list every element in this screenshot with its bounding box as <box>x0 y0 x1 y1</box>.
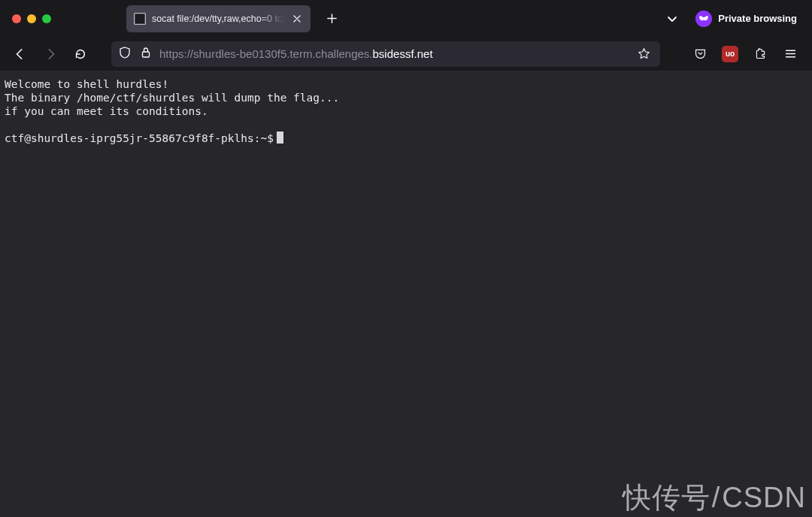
svg-rect-1 <box>135 14 144 23</box>
terminal-line: The binary /home/ctf/shurdles will dump … <box>5 92 339 104</box>
private-mask-icon <box>695 11 712 27</box>
watermark-text: 快传号/CSDN <box>623 479 806 517</box>
shell-prompt: ctf@shurdles-iprg55jr-55867c9f8f-pklhs:~… <box>5 132 274 145</box>
save-to-pocket-button[interactable] <box>687 41 713 67</box>
extensions-button[interactable] <box>747 41 773 67</box>
watermark-left: 快传号 <box>623 482 710 513</box>
url-subdomain: shurdles-be0130f5.term.challenges. <box>193 47 372 60</box>
close-tab-button[interactable] <box>291 13 303 25</box>
private-browsing-label: Private browsing <box>718 13 797 24</box>
browser-tab[interactable]: socat file:/dev/tty,raw,echo=0 tcp <box>126 5 311 32</box>
watermark-sep: / <box>712 482 721 513</box>
private-browsing-indicator: Private browsing <box>695 11 797 27</box>
url-host: bsidessf.net <box>373 47 433 60</box>
terminal-viewport[interactable]: Welcome to shell hurdles! The binary /ho… <box>0 71 812 517</box>
address-bar[interactable]: https://shurdles-be0130f5.term.challenge… <box>111 41 660 67</box>
reload-button[interactable] <box>68 41 93 67</box>
ublock-extension-button[interactable]: uo <box>717 41 743 67</box>
site-identity[interactable] <box>119 47 152 62</box>
bookmark-star-button[interactable] <box>633 44 654 65</box>
ublock-badge-icon: uo <box>722 46 738 62</box>
navigation-toolbar: https://shurdles-be0130f5.term.challenge… <box>0 37 812 71</box>
close-window-button[interactable] <box>12 14 21 23</box>
forward-button[interactable] <box>38 41 63 67</box>
terminal-cursor <box>277 132 283 144</box>
fullscreen-window-button[interactable] <box>42 14 51 23</box>
terminal-line: if you can meet its conditions. <box>5 105 208 117</box>
window-controls <box>12 14 51 23</box>
shield-icon <box>119 47 131 62</box>
url-protocol: https:// <box>159 47 193 60</box>
list-all-tabs-button[interactable] <box>661 8 683 30</box>
back-button[interactable] <box>8 41 33 67</box>
terminal-favicon-icon <box>134 13 146 25</box>
svg-rect-2 <box>143 52 150 57</box>
new-tab-button[interactable] <box>320 7 344 31</box>
lock-icon <box>140 47 152 62</box>
app-menu-button[interactable] <box>777 41 803 67</box>
watermark-right: CSDN <box>722 482 806 513</box>
tab-strip: socat file:/dev/tty,raw,echo=0 tcp Priva… <box>0 0 812 37</box>
terminal-line: Welcome to shell hurdles! <box>5 78 168 90</box>
minimize-window-button[interactable] <box>27 14 36 23</box>
tab-title: socat file:/dev/tty,raw,echo=0 tcp <box>152 14 285 24</box>
url-text: https://shurdles-be0130f5.term.challenge… <box>159 47 626 60</box>
